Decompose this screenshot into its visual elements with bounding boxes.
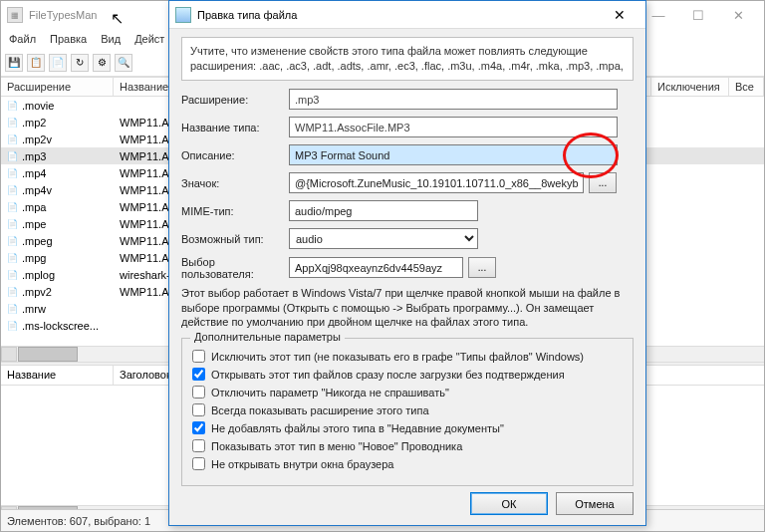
checkbox-label: Показывать этот тип в меню "Новое" Прово…: [211, 440, 462, 452]
file-icon: 📄: [5, 285, 19, 299]
dialog-buttons: ОК Отмена: [470, 492, 634, 515]
checkbox-2[interactable]: [192, 386, 205, 399]
col-extension[interactable]: Расширение: [1, 78, 114, 96]
file-icon: 📄: [5, 234, 19, 248]
file-icon: 📄: [5, 99, 19, 113]
checkbox-5[interactable]: [192, 439, 205, 452]
checkbox-4[interactable]: [192, 421, 205, 434]
ext-cell: .mplog: [22, 269, 55, 281]
ext-cell: .mpeg: [22, 235, 53, 247]
refresh-icon[interactable]: ↻: [71, 54, 89, 72]
dialog-icon: [175, 7, 191, 23]
file-icon: 📄: [5, 251, 19, 265]
dialog-titlebar: Правка типа файла ✕: [169, 1, 645, 29]
typename-field[interactable]: [289, 117, 618, 137]
checkbox-label: Не открывать внутри окна браузера: [211, 458, 393, 470]
ext-cell: .mp4: [22, 167, 46, 179]
ext-cell: .mpv2: [22, 286, 52, 298]
menu-actions[interactable]: Дейст: [128, 31, 170, 47]
col-exclusions[interactable]: Исключения: [651, 78, 729, 96]
icon-field[interactable]: [289, 172, 584, 193]
checkbox-row[interactable]: Не добавлять файлы этого типа в "Недавни…: [192, 421, 623, 434]
scroll-thumb[interactable]: [18, 347, 78, 362]
userchoice-browse-button[interactable]: ...: [468, 257, 496, 278]
checkbox-row[interactable]: Отключить параметр "Никогда не спрашиват…: [192, 386, 623, 399]
checkbox-label: Всегда показывать расширение этого типа: [211, 404, 429, 416]
checkbox-label: Открывать этот тип файлов сразу после за…: [211, 369, 565, 381]
file-icon: 📄: [5, 268, 19, 282]
save-icon[interactable]: 💾: [5, 54, 23, 72]
file-icon: 📄: [5, 116, 19, 130]
menu-edit[interactable]: Правка: [44, 31, 93, 47]
file-icon: 📄: [5, 217, 19, 231]
ext-cell: .mp2v: [22, 133, 52, 145]
app-icon: ▦: [7, 7, 23, 23]
ext-cell: .mp4v: [22, 184, 52, 196]
checkbox-0[interactable]: [192, 350, 205, 363]
ok-button[interactable]: ОК: [470, 492, 548, 515]
ext-cell: .mpe: [22, 218, 46, 230]
scroll-left-icon[interactable]: [1, 347, 17, 362]
ext-cell: .ms-lockscree...: [22, 320, 99, 332]
properties-icon[interactable]: 📄: [49, 54, 67, 72]
label-typename: Название типа:: [181, 122, 289, 133]
col-name[interactable]: Название: [1, 366, 114, 385]
userchoice-field[interactable]: [289, 257, 463, 278]
options-icon[interactable]: ⚙: [93, 54, 111, 72]
menu-view[interactable]: Вид: [95, 31, 127, 47]
checkbox-row[interactable]: Показывать этот тип в меню "Новое" Прово…: [192, 439, 623, 452]
dialog-body: Учтите, что изменение свойств этого типа…: [169, 29, 645, 486]
group-title: Дополнительные параметры: [190, 331, 345, 343]
copy-icon[interactable]: 📋: [27, 54, 45, 72]
file-icon: 📄: [5, 166, 19, 180]
edit-filetype-dialog: Правка типа файла ✕ Учтите, что изменени…: [168, 0, 646, 526]
label-description: Описание:: [181, 149, 289, 161]
userchoice-hint: Этот выбор работает в Windows Vista/7 пр…: [181, 286, 634, 331]
file-icon: 📄: [5, 133, 19, 146]
icon-browse-button[interactable]: ...: [589, 172, 617, 193]
file-icon: 📄: [5, 200, 19, 214]
label-icon: Значок:: [181, 177, 289, 189]
ext-cell: .mpa: [22, 201, 46, 213]
checkbox-label: Не добавлять файлы этого типа в "Недавни…: [211, 422, 504, 434]
menu-file[interactable]: Файл: [3, 31, 42, 47]
file-icon: 📄: [5, 302, 19, 316]
description-field[interactable]: [289, 144, 618, 165]
maximize-button[interactable]: ☐: [678, 4, 718, 26]
ext-cell: .mp2: [22, 117, 46, 129]
note-box: Учтите, что изменение свойств этого типа…: [181, 37, 634, 81]
file-icon: 📄: [5, 183, 19, 197]
file-icon: 📄: [5, 319, 19, 333]
checkbox-row[interactable]: Не открывать внутри окна браузера: [192, 457, 623, 470]
mime-field[interactable]: [289, 200, 478, 221]
checkbox-label: Исключить этот тип (не показывать его в …: [211, 351, 584, 363]
cancel-button[interactable]: Отмена: [556, 492, 634, 515]
ext-cell: .movie: [22, 100, 54, 112]
col-all[interactable]: Все: [729, 78, 764, 96]
checkbox-row[interactable]: Всегда показывать расширение этого типа: [192, 403, 623, 416]
extension-field[interactable]: [289, 89, 618, 110]
additional-params-group: Дополнительные параметры Исключить этот …: [181, 338, 634, 486]
perceived-select[interactable]: audio: [289, 228, 478, 249]
ext-cell: .mpg: [22, 252, 46, 264]
col-typename[interactable]: Название т: [114, 78, 173, 96]
label-extension: Расширение:: [181, 94, 289, 106]
close-button[interactable]: ✕: [718, 4, 758, 26]
checkbox-3[interactable]: [192, 403, 205, 416]
checkbox-row[interactable]: Открывать этот тип файлов сразу после за…: [192, 368, 623, 381]
ext-cell: .mrw: [22, 303, 46, 315]
find-icon[interactable]: 🔍: [115, 54, 132, 72]
checkbox-6[interactable]: [192, 457, 205, 470]
sys-buttons: — ☐ ✕: [638, 4, 758, 26]
file-icon: 📄: [5, 149, 19, 163]
dialog-title: Правка типа файла: [197, 9, 297, 21]
ext-cell: .mp3: [22, 150, 46, 162]
label-userchoice: Выбор пользователя:: [181, 256, 289, 280]
name-cell: wireshark-c: [114, 269, 175, 281]
label-perceived: Возможный тип:: [181, 233, 289, 245]
checkbox-label: Отключить параметр "Никогда не спрашиват…: [211, 387, 449, 399]
dialog-close-button[interactable]: ✕: [600, 4, 639, 26]
checkbox-row[interactable]: Исключить этот тип (не показывать его в …: [192, 350, 623, 363]
checkbox-1[interactable]: [192, 368, 205, 381]
label-mime: MIME-тип:: [181, 205, 289, 217]
